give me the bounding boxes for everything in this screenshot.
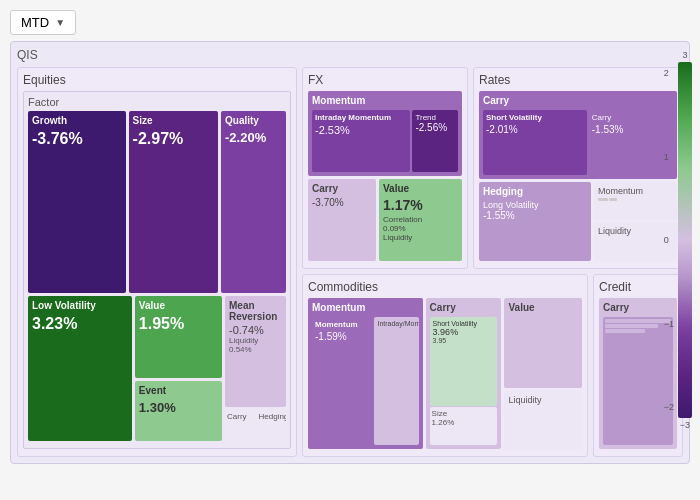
rates-title: Rates: [479, 73, 677, 87]
page: MTD ▼ QIS Equities Factor Growth -3.76%: [0, 0, 700, 500]
rates-long-vol-val: -1.55%: [483, 210, 587, 221]
rates-short-vol-val: -2.01%: [486, 124, 584, 135]
fx-value-tile[interactable]: Value 1.17% Correlation0.09% Liquidity: [379, 179, 462, 261]
comm-size-sub: 1.26%: [432, 418, 496, 427]
fx-row1: Momentum Intraday Momentum -2.53% Trend: [308, 91, 462, 176]
comm-short-vol-sub: 3.95: [433, 337, 495, 344]
comm-value-col: Value Liquidity: [504, 298, 582, 449]
comm-momentum-name: Momentum: [312, 302, 419, 313]
main-grid: Equities Factor Growth -3.76% Size: [17, 67, 683, 457]
event-val: 1.30%: [139, 400, 218, 415]
mean-rev-val: -0.74%: [229, 324, 282, 336]
rates-carry-inner-tile[interactable]: Carry -1.53%: [589, 110, 673, 175]
fx-title: FX: [308, 73, 462, 87]
quality-tile[interactable]: Quality -2.20%: [221, 111, 286, 293]
equities-panel: Equities Factor Growth -3.76% Size: [17, 67, 297, 457]
qis-label: QIS: [17, 48, 683, 62]
rates-grid: Carry Short Volatility -2.01% Carry: [479, 91, 677, 261]
comm-carry-name: Carry: [430, 302, 498, 313]
comm-momentum-inner-tile[interactable]: Momentum -1.59%: [312, 317, 372, 445]
eq-rows: Growth -3.76% Size -2.97% Quality -2.20%: [28, 111, 286, 441]
comm-value-tile[interactable]: Value: [504, 298, 582, 389]
commodities-title: Commodities: [308, 280, 582, 294]
comm-short-vol-name: Short Volatility: [433, 320, 495, 327]
comm-intraday-name: Intraday/Momentum: [377, 320, 415, 327]
bar1: [598, 198, 608, 201]
eq-row1: Growth -3.76% Size -2.97% Quality -2.20%: [28, 111, 286, 293]
commodities-panel: Commodities Momentum Momentum -1.59%: [302, 274, 588, 457]
comm-carry-tile[interactable]: Carry Short Volatility 3.96% 3.95 Size: [426, 298, 502, 449]
legend-0: 0: [664, 235, 674, 245]
eq-row2: Low Volatility 3.23% Value 1.95% Event: [28, 296, 286, 442]
fx-panel: FX Momentum Intraday Momentum -2.53%: [302, 67, 468, 269]
legend-top-label: 3: [682, 50, 687, 60]
fx-value-sub: Correlation0.09%: [383, 215, 458, 233]
legend-2: 2: [664, 68, 674, 78]
fx-trend-val: -2.56%: [415, 122, 455, 133]
mean-rev-sub: Liquidity 0.54%: [229, 336, 282, 354]
comm-liquidity-tile[interactable]: Liquidity: [504, 391, 582, 449]
comm-size-tile[interactable]: Size 1.26%: [430, 407, 498, 445]
credit-carry-name: Carry: [603, 302, 673, 313]
rates-hedging-tile[interactable]: Hedging Long Volatility -1.55%: [479, 182, 591, 260]
value-tile[interactable]: Value 1.95%: [135, 296, 222, 378]
hedging-eq-label: Hedging: [259, 412, 285, 421]
quality-name: Quality: [225, 115, 282, 126]
low-vol-name: Low Volatility: [32, 300, 128, 311]
legend-labels: 2 1 0 −1 −2: [664, 68, 674, 412]
fx-trend-tile[interactable]: Trend -2.56%: [412, 110, 458, 172]
mtd-dropdown[interactable]: MTD ▼: [10, 10, 76, 35]
fx-liquidity-label: Liquidity: [383, 233, 458, 242]
color-legend: 3 −3 2 1 0 −1 −2: [678, 50, 692, 430]
rates-hedging-name: Hedging: [483, 186, 587, 197]
comm-momentum-inner-val: -1.59%: [315, 331, 369, 342]
rates-row2: Hedging Long Volatility -1.55% Momentum: [479, 182, 677, 260]
event-name: Event: [139, 385, 218, 396]
rates-short-vol-tile[interactable]: Short Volatility -2.01%: [483, 110, 587, 175]
commodities-grid: Momentum Momentum -1.59% Intraday/Moment…: [308, 298, 582, 449]
credit-carry-inner: [603, 317, 673, 445]
credit-bar2: [605, 324, 658, 328]
comm-intraday-tile[interactable]: Intraday/Momentum: [374, 317, 418, 445]
low-vol-value: 3.23%: [32, 315, 128, 333]
comm-short-vol-tile[interactable]: Short Volatility 3.96% 3.95: [430, 317, 498, 407]
fx-value-val: 1.17%: [383, 197, 458, 213]
rates-liquidity-name: Liquidity: [598, 226, 673, 236]
factor-label: Factor: [28, 96, 286, 108]
fx-grid: Momentum Intraday Momentum -2.53% Trend: [308, 91, 462, 261]
rates-row1: Carry Short Volatility -2.01% Carry: [479, 91, 677, 179]
rates-carry-tile[interactable]: Carry Short Volatility -2.01% Carry: [479, 91, 677, 179]
rates-carry-inner-val: -1.53%: [592, 124, 670, 135]
comm-value-name: Value: [508, 302, 578, 313]
growth-tile[interactable]: Growth -3.76%: [28, 111, 126, 293]
event-tile[interactable]: Event 1.30%: [135, 381, 222, 441]
value-col: Value 1.95% Event 1.30%: [135, 296, 222, 442]
fx-row2: Carry -3.70% Value 1.17% Correlation0.09…: [308, 179, 462, 261]
low-vol-tile[interactable]: Low Volatility 3.23%: [28, 296, 132, 442]
qis-container: QIS Equities Factor Growth -3.76%: [10, 41, 690, 464]
rates-carry-name: Carry: [483, 95, 673, 106]
size-tile[interactable]: Size -2.97%: [129, 111, 218, 293]
fx-intraday-tile[interactable]: Intraday Momentum -2.53%: [312, 110, 410, 172]
dropdown-arrow-icon: ▼: [55, 17, 65, 28]
credit-inner1-tile[interactable]: [603, 317, 673, 445]
bar2: [609, 198, 617, 201]
fx-momentum-tile[interactable]: Momentum Intraday Momentum -2.53% Trend: [308, 91, 462, 176]
small-tiles: Carry Hedging: [225, 410, 286, 441]
mean-rev-tile[interactable]: Mean Reversion -0.74% Liquidity 0.54%: [225, 296, 286, 407]
top-row: FX Momentum Intraday Momentum -2.53%: [302, 67, 683, 269]
comm-momentum-inner-name: Momentum: [315, 320, 369, 329]
fx-carry-tile[interactable]: Carry -3.70%: [308, 179, 376, 261]
rates-momentum-bars: [598, 198, 673, 201]
fx-carry-sub: -3.70%: [312, 197, 372, 208]
legend-1: 1: [664, 152, 674, 162]
rates-carry-inner-name: Carry: [592, 113, 670, 122]
legend-neg1: −1: [664, 319, 674, 329]
carry-eq-tile[interactable]: Carry: [225, 410, 255, 441]
fx-trend-name: Trend: [415, 113, 455, 122]
comm-short-vol-val: 3.96%: [433, 327, 495, 337]
value-name: Value: [139, 300, 218, 311]
growth-name: Growth: [32, 115, 122, 126]
hedging-eq-tile[interactable]: Hedging: [257, 410, 287, 441]
comm-momentum-tile[interactable]: Momentum Momentum -1.59% Intraday/Moment…: [308, 298, 423, 449]
